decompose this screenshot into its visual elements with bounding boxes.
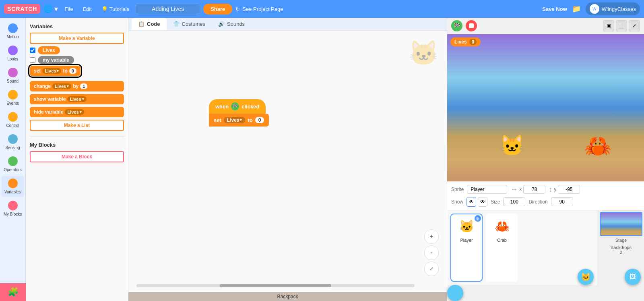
see-project-button[interactable]: ↻ See Project Page bbox=[235, 6, 283, 12]
stage-panel-title: Stage bbox=[600, 236, 642, 244]
change-label: change bbox=[34, 83, 51, 89]
backdrop-number: 2 bbox=[620, 250, 622, 255]
show-hidden-button[interactable]: 👁 / bbox=[478, 197, 487, 207]
category-events[interactable]: Events bbox=[2, 87, 24, 108]
zoom-fit-button[interactable]: ⤢ bbox=[424, 262, 439, 276]
right-bottom: 🗑 🐱 Player 🦀 Crab Stage bbox=[447, 210, 644, 285]
file-menu[interactable]: File bbox=[61, 4, 76, 14]
my-blocks-bottom-button[interactable]: 🧩 bbox=[0, 283, 26, 301]
sprite-list: 🗑 🐱 Player 🦀 Crab bbox=[447, 210, 598, 285]
show-visible-button[interactable]: 👁 bbox=[466, 197, 476, 207]
hide-variable-block[interactable]: hide variable Lives ▾ bbox=[30, 107, 124, 117]
direction-input[interactable] bbox=[551, 197, 573, 206]
add-backdrop-fab[interactable]: 🖼 bbox=[625, 269, 641, 285]
puzzle-icon: 🧩 bbox=[8, 287, 19, 297]
x-input[interactable] bbox=[523, 185, 545, 194]
small-stage-button[interactable]: ▣ bbox=[603, 20, 614, 31]
variables-section-title: Variables bbox=[30, 23, 124, 29]
category-sensing[interactable]: Sensing bbox=[2, 132, 24, 152]
add-backdrop-icon: 🖼 bbox=[630, 273, 636, 280]
show-variable-block[interactable]: show variable Lives ▾ bbox=[30, 94, 124, 104]
main-layout: Motion Looks Sound Events Control Sensin… bbox=[0, 18, 644, 301]
sprite-name-input[interactable] bbox=[467, 185, 507, 194]
lives-badge: Lives 0 bbox=[450, 37, 481, 46]
sprite-info-row-1: Sprite ↔ x ↕ y bbox=[451, 185, 640, 194]
y-label: y bbox=[554, 187, 556, 192]
my-variable-pill[interactable]: my variable bbox=[38, 56, 74, 64]
horizontal-scrollbar[interactable] bbox=[136, 284, 415, 287]
set-block-label: set bbox=[214, 117, 221, 123]
zoom-in-button[interactable]: + bbox=[424, 229, 439, 244]
lives-badge-label: Lives bbox=[454, 39, 467, 45]
lives-badge-value: 0 bbox=[469, 39, 477, 45]
make-variable-button[interactable]: Make a Variable bbox=[30, 33, 124, 44]
motion-label: Motion bbox=[6, 35, 19, 39]
sprite-thumb-player[interactable]: 🗑 🐱 Player bbox=[450, 214, 483, 282]
my-variable-checkbox[interactable] bbox=[30, 57, 35, 63]
save-button[interactable]: Save Now bbox=[542, 6, 567, 12]
stage-thumbnail[interactable] bbox=[600, 212, 642, 236]
backpack-bar[interactable]: Backpack bbox=[128, 292, 447, 301]
y-input[interactable] bbox=[558, 185, 580, 194]
make-block-button[interactable]: Make a Block bbox=[30, 151, 124, 162]
costumes-icon: 👕 bbox=[173, 21, 180, 27]
events-dot bbox=[8, 90, 18, 100]
tab-code[interactable]: 📋 Code bbox=[132, 18, 167, 30]
show-var-name: Lives ▾ bbox=[67, 96, 86, 102]
category-motion[interactable]: Motion bbox=[2, 21, 24, 42]
hide-variable-label: hide variable bbox=[34, 109, 63, 115]
sounds-icon: 🔊 bbox=[218, 21, 225, 27]
right-panel: 🏁 ▣ ⬜ ⤢ Lives 0 🐱 🦀 bbox=[447, 18, 644, 301]
set-lives-block[interactable]: set Lives ▾ to 0 bbox=[209, 114, 269, 127]
lives-pill[interactable]: Lives bbox=[38, 46, 60, 54]
scratch-logo[interactable]: SCRATCH bbox=[4, 4, 40, 14]
category-operators[interactable]: Operators bbox=[2, 154, 24, 174]
set-to-label: to bbox=[63, 68, 67, 74]
my-blocks-dot bbox=[8, 201, 18, 210]
delete-player-button[interactable]: 🗑 bbox=[475, 215, 481, 222]
edit-menu[interactable]: Edit bbox=[79, 4, 95, 14]
sprite-thumb-crab[interactable]: 🦀 Crab bbox=[486, 214, 518, 282]
globe-button[interactable]: 🌐 ▾ bbox=[43, 4, 58, 13]
code-area: 📋 Code 👕 Costumes 🔊 Sounds 🐱 when bbox=[128, 18, 447, 301]
make-list-button[interactable]: Make a List bbox=[30, 120, 124, 131]
category-variables[interactable]: Variables bbox=[2, 176, 24, 197]
show-variable-label: show variable bbox=[34, 96, 66, 102]
share-button[interactable]: Share bbox=[203, 4, 232, 15]
stage-view-controls: ▣ ⬜ ⤢ bbox=[603, 20, 640, 31]
user-menu[interactable]: W WiingyClasses bbox=[586, 2, 640, 15]
folder-icon[interactable]: 📁 bbox=[572, 4, 581, 13]
set-block[interactable]: set Lives ▾ to 0 bbox=[30, 66, 80, 76]
tutorials-icon: 💡 bbox=[101, 6, 108, 12]
code-canvas: 🐱 when 🏁 clicked set Lives ▾ to bbox=[128, 31, 447, 292]
add-sprite-fab[interactable]: 🐱 bbox=[578, 269, 594, 285]
add-sprite-button[interactable] bbox=[447, 285, 463, 301]
fullscreen-button[interactable]: ⤢ bbox=[629, 20, 640, 31]
size-input[interactable] bbox=[503, 197, 525, 206]
control-dot bbox=[8, 112, 18, 122]
sprite-label: Sprite bbox=[451, 187, 464, 192]
green-flag-button[interactable]: 🏁 bbox=[451, 20, 462, 31]
lives-checkbox[interactable] bbox=[30, 48, 35, 53]
category-looks[interactable]: Looks bbox=[2, 43, 24, 64]
change-block[interactable]: change Lives ▾ by 1 bbox=[30, 81, 124, 91]
nav-right: Save Now 📁 W WiingyClasses bbox=[542, 2, 640, 15]
when-label: when bbox=[215, 104, 229, 110]
scrollbar-thumb bbox=[220, 284, 331, 287]
stage-header: 🏁 ▣ ⬜ ⤢ bbox=[447, 18, 644, 34]
category-my-blocks[interactable]: My Blocks bbox=[2, 198, 24, 219]
tab-costumes[interactable]: 👕 Costumes bbox=[167, 18, 212, 30]
normal-stage-button[interactable]: ⬜ bbox=[616, 20, 627, 31]
category-sound[interactable]: Sound bbox=[2, 65, 24, 86]
tutorials-button[interactable]: 💡 Tutorials bbox=[98, 4, 132, 14]
category-control[interactable]: Control bbox=[2, 110, 24, 130]
stop-button[interactable] bbox=[466, 20, 477, 31]
when-flag-clicked-block[interactable]: when 🏁 clicked bbox=[209, 99, 266, 114]
my-blocks-title: My Blocks bbox=[30, 142, 124, 148]
tab-sounds[interactable]: 🔊 Sounds bbox=[212, 18, 251, 30]
sound-dot bbox=[8, 68, 18, 77]
zoom-out-button[interactable]: - bbox=[424, 245, 439, 260]
motion-dot bbox=[8, 23, 18, 33]
project-title-input[interactable] bbox=[136, 4, 200, 14]
stage-controls: 🏁 bbox=[451, 20, 477, 31]
